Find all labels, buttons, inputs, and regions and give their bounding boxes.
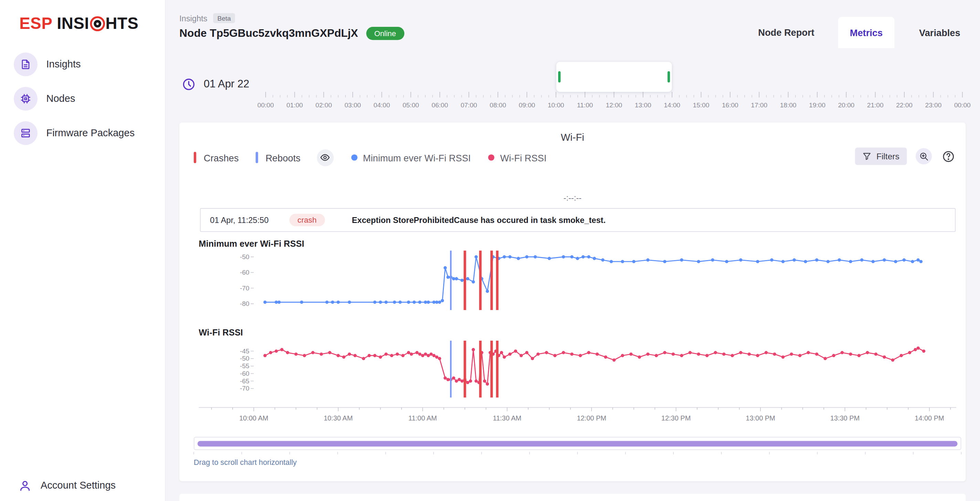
hour-label: 02:00 (315, 102, 332, 109)
scrollbar-thumb[interactable] (197, 441, 958, 446)
hour-label: 15:00 (693, 102, 710, 109)
hour-label: 09:00 (519, 102, 535, 109)
hour-label: 04:00 (374, 102, 390, 109)
y-tick-label: -70 (240, 285, 250, 292)
logo-text-esp: ESP (19, 14, 52, 33)
hour-label: 07:00 (461, 102, 477, 109)
hour-label: 14:00 (664, 102, 680, 109)
hour-label: 05:00 (402, 102, 419, 109)
x-tick-label: 13:30 PM (830, 414, 859, 422)
hour-label: 12:00 (606, 102, 622, 109)
chart-horizontal-scrollbar[interactable] (194, 437, 961, 450)
sidebar-item-nodes[interactable]: Nodes (14, 87, 75, 110)
scroll-hint-text: Drag to scroll chart horizontally (194, 458, 297, 467)
hour-label: 22:00 (896, 102, 913, 109)
hour-label: 08:00 (490, 102, 506, 109)
main-content: Insights Beta Node Tp5GBuc5zvkq3mnGXPdLj… (165, 0, 980, 501)
series-line (265, 257, 921, 302)
sidebar-item-insights[interactable]: Insights (14, 52, 81, 76)
sidebar-item-firmware-packages[interactable]: Firmware Packages (14, 121, 135, 145)
sidebar: ESPINSIHTS Insights Nodes Firmware Packa… (0, 0, 165, 501)
y-tick-label: -55 (240, 362, 250, 369)
x-tick-label: 14:00 PM (915, 414, 944, 422)
hour-label: 13:00 (635, 102, 651, 109)
chart-1: -50-60-70-80 (240, 250, 923, 310)
sidebar-item-label: Insights (46, 59, 81, 70)
x-tick-label: 11:00 AM (409, 414, 437, 422)
hour-label: 23:00 (925, 102, 942, 109)
y-tick-label: -50 (240, 253, 250, 261)
y-tick-label: -80 (240, 300, 250, 307)
y-tick-label: -60 (240, 370, 250, 377)
logo-text-insi: INSI (57, 14, 89, 33)
hour-label: 11:00 (577, 102, 593, 109)
hour-label: 17:00 (751, 102, 767, 109)
logo-text-hts: HTS (105, 14, 138, 33)
account-settings-label: Account Settings (41, 480, 116, 491)
sidebar-item-label: Nodes (46, 93, 75, 105)
timeline-axis: 00:0001:0002:0003:0004:0005:0006:0007:00… (165, 0, 980, 122)
sidebar-item-label: Firmware Packages (46, 128, 135, 139)
y-tick-label: -70 (240, 385, 250, 392)
x-tick-label: 10:30 AM (324, 414, 353, 422)
hour-label: 03:00 (344, 102, 361, 109)
y-tick-label: -50 (240, 355, 250, 362)
y-tick-label: -60 (240, 269, 250, 276)
rssi-charts[interactable]: 10:00 AM10:30 AM11:00 AM11:30 AM12:00 PM… (179, 122, 966, 481)
package-stack-icon (14, 121, 38, 145)
hour-label: 16:00 (722, 102, 738, 109)
y-tick-label: -65 (240, 377, 250, 385)
next-card-partial (179, 494, 966, 501)
hour-label: 21:00 (867, 102, 884, 109)
hour-label: 00:00 (954, 102, 971, 109)
x-tick-label: 11:30 AM (493, 414, 521, 422)
hour-label: 20:00 (838, 102, 854, 109)
logo-lens-icon (90, 16, 105, 31)
hour-label: 19:00 (809, 102, 826, 109)
x-tick-label: 12:00 PM (577, 414, 606, 422)
hour-label: 01:00 (286, 102, 303, 109)
page-root: ESPINSIHTS Insights Nodes Firmware Packa… (0, 0, 980, 501)
hour-label: 00:00 (258, 102, 274, 109)
series-line (265, 348, 924, 384)
timeline-selection-brush[interactable] (556, 62, 672, 92)
hour-label: 06:00 (431, 102, 448, 109)
x-tick-label: 10:00 AM (239, 414, 268, 422)
hour-label: 18:00 (780, 102, 797, 109)
x-tick-label: 13:00 PM (746, 414, 775, 422)
person-icon (19, 479, 31, 492)
hour-label: 10:00 (548, 102, 564, 109)
y-tick-label: -45 (240, 348, 250, 355)
wifi-metrics-card: Wi-Fi Crashes Reboots Minimum ever Wi-Fi… (179, 122, 966, 481)
selection-handle-right[interactable] (668, 71, 670, 83)
chart-2: -45-50-55-60-65-70 (240, 340, 925, 398)
app-logo[interactable]: ESPINSIHTS (19, 14, 138, 33)
document-icon (14, 52, 38, 76)
x-tick-label: 12:30 PM (661, 414, 690, 422)
chip-icon (14, 87, 38, 110)
sidebar-item-account-settings[interactable]: Account Settings (19, 479, 116, 492)
selection-handle-left[interactable] (558, 71, 560, 83)
